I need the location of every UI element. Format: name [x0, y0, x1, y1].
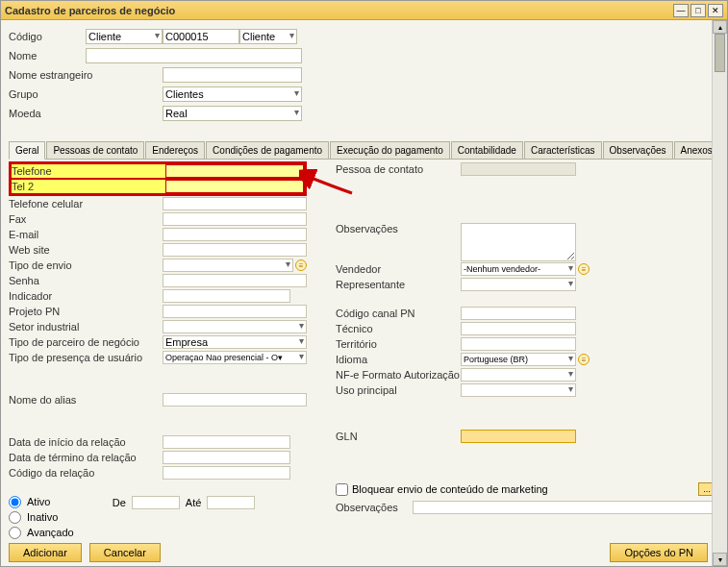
inativo-radio[interactable] [9, 511, 21, 524]
setor-combo[interactable] [163, 320, 307, 333]
tel-celular-input[interactable] [163, 197, 307, 210]
tipo-presenca-combo[interactable]: Operaçao Nao presencial - O▾ [163, 351, 307, 364]
tab-enderecos[interactable]: Endereços [145, 141, 205, 159]
observacoes-textarea[interactable] [461, 223, 576, 261]
data-termino-input[interactable] [163, 451, 290, 464]
bloquear-checkbox[interactable] [336, 483, 348, 496]
tipo-envio-combo[interactable] [163, 259, 293, 272]
tab-observacoes[interactable]: Observações [603, 141, 673, 159]
representante-combo[interactable] [461, 278, 576, 291]
pessoa-contato-field [461, 162, 576, 176]
opcoes-pn-button[interactable]: Opções do PN [610, 543, 708, 562]
avancado-radio-row[interactable]: Avançado [9, 525, 74, 540]
gln-label: GLN [336, 431, 461, 442]
telefone-row: Telefone [11, 163, 305, 179]
codigo-label: Código [9, 31, 86, 42]
data-inicio-input[interactable] [163, 435, 290, 449]
idioma-label: Idioma [336, 354, 461, 365]
tab-execucao[interactable]: Execução do pagamento [330, 141, 450, 159]
scroll-thumb[interactable] [715, 34, 725, 72]
tipo-parceiro-combo[interactable]: Empresa [163, 335, 307, 349]
tel2-input[interactable] [165, 180, 304, 193]
bottom-buttons: Adicionar Cancelar [9, 543, 161, 562]
tipo-envio-label: Tipo de envio [9, 259, 163, 271]
vendedor-combo[interactable]: -Nenhum vendedor- [461, 262, 576, 276]
de-input[interactable] [132, 496, 180, 509]
window-title: Cadastro de parceiros de negócio [5, 5, 673, 16]
telefone-input[interactable] [165, 164, 304, 178]
indicador-label: Indicador [9, 290, 163, 302]
idioma-detail-icon[interactable]: ≡ [578, 354, 590, 365]
tab-content-geral: Telefone Tel 2 Telefone celular Fax E-ma… [9, 160, 715, 540]
data-termino-label: Data de término da relação [9, 452, 163, 463]
website-label: Web site [9, 244, 163, 256]
data-inicio-label: Data de início da relação [9, 436, 163, 448]
nome-alias-input[interactable] [163, 393, 307, 407]
tab-condicoes[interactable]: Condições de pagamento [206, 141, 329, 159]
ate-label: Até [186, 497, 202, 508]
senha-input[interactable] [163, 274, 307, 287]
minimize-button[interactable]: ― [673, 4, 689, 17]
codigo-relacao-label: Código da relação [9, 467, 163, 479]
codigo-canal-input[interactable] [461, 307, 576, 320]
codigo-type-combo[interactable]: Cliente [86, 29, 163, 44]
tecnico-label: Técnico [336, 323, 461, 334]
website-input[interactable] [163, 243, 307, 257]
scroll-up-button[interactable]: ▴ [713, 20, 727, 34]
de-label: De [113, 497, 126, 508]
senha-label: Senha [9, 275, 163, 286]
main-window: Cadastro de parceiros de negócio ― □ ✕ C… [0, 0, 728, 567]
avancado-radio[interactable] [9, 527, 21, 539]
tab-contabilidade[interactable]: Contabilidade [451, 141, 523, 159]
nome-label: Nome [9, 50, 86, 62]
close-button[interactable]: ✕ [708, 4, 723, 17]
observacoes2-label: Observações [336, 502, 413, 513]
codigo-input[interactable] [163, 29, 239, 44]
gln-input[interactable] [461, 430, 576, 443]
tab-geral[interactable]: Geral [9, 141, 45, 160]
right-column: Pessoa de contato Observações Vendedor -… [336, 161, 715, 540]
indicador-input[interactable] [163, 289, 290, 303]
tecnico-input[interactable] [461, 322, 576, 335]
codigo-role-combo[interactable]: Cliente [239, 29, 297, 44]
idioma-combo[interactable]: Portuguese (BR) [461, 353, 576, 366]
nome-estrangeiro-input[interactable] [163, 67, 302, 83]
titlebar: Cadastro de parceiros de negócio ― □ ✕ [1, 1, 727, 20]
observacoes2-input[interactable] [413, 501, 715, 514]
ativo-radio[interactable] [9, 496, 21, 508]
tab-pessoas[interactable]: Pessoas de contato [46, 141, 144, 159]
ate-input[interactable] [207, 496, 255, 509]
fax-label: Fax [9, 213, 163, 225]
setor-label: Setor industrial [9, 321, 163, 333]
inativo-radio-row[interactable]: Inativo [9, 509, 74, 525]
vertical-scrollbar[interactable]: ▴ ▾ [712, 20, 727, 566]
tipo-presenca-label: Tipo de presença de usuário [9, 352, 163, 363]
tipo-envio-detail-icon[interactable]: ≡ [295, 259, 307, 271]
moeda-combo[interactable]: Real [163, 106, 302, 121]
maximize-button[interactable]: □ [690, 4, 706, 17]
scroll-down-button[interactable]: ▾ [713, 553, 727, 566]
pessoa-contato-label: Pessoa de contato [336, 163, 461, 175]
tab-caracteristicas[interactable]: Características [524, 141, 602, 159]
projeto-pn-label: Projeto PN [9, 306, 163, 317]
email-label: E-mail [9, 229, 163, 240]
territorio-label: Território [336, 338, 461, 350]
vendedor-label: Vendedor [336, 263, 461, 275]
uso-principal-combo[interactable] [461, 383, 576, 397]
adicionar-button[interactable]: Adicionar [9, 543, 82, 562]
ativo-radio-row[interactable]: Ativo [9, 494, 74, 509]
nome-input[interactable] [86, 48, 302, 63]
moeda-label: Moeda [9, 108, 163, 119]
nfe-formato-label: NF-e Formato Autorização [336, 369, 461, 381]
tab-strip: Geral Pessoas de contato Endereços Condi… [9, 141, 715, 160]
projeto-pn-input[interactable] [163, 305, 307, 318]
territorio-input[interactable] [461, 337, 576, 351]
vendedor-detail-icon[interactable]: ≡ [578, 263, 590, 275]
fax-input[interactable] [163, 212, 307, 226]
uso-principal-label: Uso principal [336, 384, 461, 396]
cancelar-button[interactable]: Cancelar [89, 543, 161, 562]
codigo-relacao-input[interactable] [163, 466, 290, 480]
grupo-combo[interactable]: Clientes [163, 86, 302, 102]
email-input[interactable] [163, 228, 307, 241]
nfe-formato-combo[interactable] [461, 368, 576, 382]
